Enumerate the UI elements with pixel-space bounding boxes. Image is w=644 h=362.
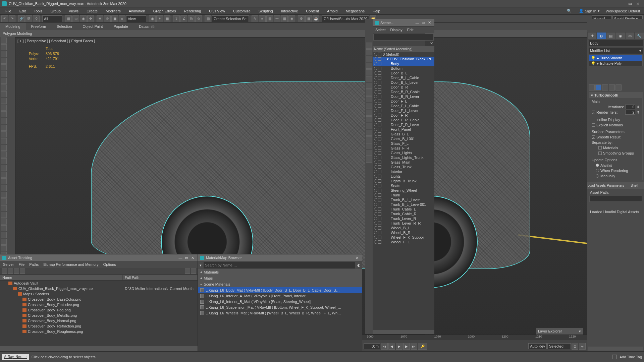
left-tool-13[interactable] bbox=[1, 125, 7, 131]
visibility-icon[interactable] bbox=[374, 57, 377, 61]
visibility-icon[interactable] bbox=[374, 207, 377, 211]
asset-row[interactable]: CUV_Obsidian_Black_Rigged_max_vray.maxD:… bbox=[0, 286, 198, 291]
left-tool-2[interactable] bbox=[1, 51, 7, 57]
curve-editor-button[interactable]: 〰 bbox=[274, 15, 280, 22]
align-button[interactable]: ≡ bbox=[259, 15, 266, 22]
scene-item[interactable]: Trunk_Lever_R bbox=[373, 216, 434, 221]
next-frame-button[interactable]: ▶ bbox=[403, 343, 410, 350]
mat-options-button[interactable]: ◐ bbox=[356, 263, 362, 267]
freeze-icon[interactable] bbox=[378, 236, 381, 239]
left-tool-1[interactable] bbox=[1, 44, 7, 50]
left-tool-25[interactable] bbox=[1, 205, 7, 211]
freeze-icon[interactable] bbox=[378, 142, 381, 145]
left-tool-5[interactable] bbox=[1, 71, 7, 77]
freeze-icon[interactable] bbox=[378, 198, 381, 201]
scene-item[interactable]: Wheel_B_R bbox=[373, 230, 434, 235]
scene-item[interactable]: Trunk_Cable_L bbox=[373, 207, 434, 212]
scene-menu-display[interactable]: Display bbox=[390, 28, 402, 32]
freeze-icon[interactable] bbox=[378, 217, 381, 220]
key-target-dropdown[interactable]: Selected bbox=[547, 343, 571, 349]
place-button[interactable]: ◈ bbox=[119, 15, 125, 22]
scene-tree[interactable]: 0 (default)▾ CUV_Obsidian_Black_Ri…BodyB… bbox=[373, 52, 434, 330]
menu-tools[interactable]: Tools bbox=[30, 7, 47, 14]
visibility-icon[interactable] bbox=[374, 179, 377, 183]
sep-materials-check[interactable] bbox=[598, 146, 602, 149]
visibility-icon[interactable] bbox=[374, 132, 377, 136]
visibility-icon[interactable] bbox=[374, 76, 377, 79]
scene-item[interactable]: Wheel_B_L bbox=[373, 226, 434, 230]
asset-panel-titlebar[interactable]: Asset Tracking — ▭ ✕ bbox=[0, 254, 198, 261]
asset-menu-paths[interactable]: Paths bbox=[29, 262, 39, 266]
goto-start-button[interactable]: ⏮ bbox=[381, 343, 388, 350]
left-tool-15[interactable] bbox=[1, 138, 7, 144]
workspaces-dropdown[interactable]: Workspaces: Default bbox=[603, 9, 643, 13]
modifier-stack[interactable]: 💡▸ TurboSmooth💡▸ Editable Poly bbox=[589, 55, 643, 66]
visibility-icon[interactable] bbox=[374, 104, 377, 108]
auto-key-button[interactable]: Auto Key bbox=[528, 343, 547, 349]
mirror-button[interactable]: ⇋ bbox=[252, 15, 258, 22]
scene-item[interactable]: Interior bbox=[373, 169, 434, 174]
asset-row[interactable]: Maps / Shaders bbox=[0, 291, 198, 297]
spinner-icon[interactable]: ⇕ bbox=[637, 110, 640, 115]
scene-item[interactable]: Door_B_R_Lever bbox=[373, 94, 434, 99]
freeze-icon[interactable] bbox=[378, 85, 381, 89]
pivot-button[interactable]: ◉ bbox=[149, 15, 156, 22]
freeze-icon[interactable] bbox=[378, 104, 381, 108]
render-iters-check[interactable] bbox=[592, 111, 595, 114]
scene-hscroll[interactable] bbox=[373, 330, 434, 334]
left-tool-11[interactable] bbox=[1, 111, 7, 117]
left-tool-29[interactable] bbox=[1, 232, 7, 238]
left-tool-14[interactable] bbox=[1, 131, 7, 137]
update-manual-radio[interactable] bbox=[596, 174, 599, 178]
scene-item[interactable]: Trunk_Lever_R_R bbox=[373, 221, 434, 226]
select-paint-button[interactable]: ◉ bbox=[80, 15, 87, 22]
scene-item[interactable]: Door_F_L bbox=[373, 99, 434, 104]
utilities-tab[interactable]: 🔧 bbox=[635, 32, 644, 40]
menu-content[interactable]: Content bbox=[302, 7, 323, 14]
scene-item[interactable]: Door_F_L_Lever bbox=[373, 108, 434, 113]
visibility-icon[interactable] bbox=[374, 175, 377, 178]
asset-row[interactable]: Crossover_Body_Emissive.png bbox=[0, 302, 198, 307]
viewport-label[interactable]: [ + ] [ Perspective ] [ Standard ] [ Edg… bbox=[17, 39, 95, 43]
scene-item[interactable]: Glass_F_R bbox=[373, 146, 434, 150]
freeze-icon[interactable] bbox=[378, 184, 381, 187]
freeze-icon[interactable] bbox=[378, 123, 381, 126]
scene-min-button[interactable]: — bbox=[414, 21, 420, 25]
scene-max-button[interactable]: ▭ bbox=[420, 20, 426, 25]
menu-graph-editors[interactable]: Graph Editors bbox=[149, 7, 180, 14]
bulb-icon[interactable]: 💡 bbox=[591, 61, 596, 66]
scene-item[interactable]: Glass_B_L001 bbox=[373, 136, 434, 141]
freeze-icon[interactable] bbox=[378, 114, 381, 117]
goto-end-button[interactable]: ⏭ bbox=[411, 343, 417, 350]
scene-item[interactable]: Bottom bbox=[373, 66, 434, 71]
scene-item[interactable]: Door_F_R bbox=[373, 113, 434, 118]
visibility-icon[interactable] bbox=[374, 231, 377, 234]
material-item[interactable]: LiXiang_L6_Interior_B_Mat ( VRayMtl ) [S… bbox=[198, 299, 362, 304]
visibility-icon[interactable] bbox=[374, 193, 377, 197]
scene-item[interactable]: Door_F_R_Lever bbox=[373, 122, 434, 127]
edit-named-button[interactable]: ▤ bbox=[205, 15, 211, 22]
scene-item[interactable]: 0 (default) bbox=[373, 52, 434, 57]
asset-close-button[interactable]: ✕ bbox=[190, 256, 196, 260]
modifier-turbosmooth[interactable]: 💡▸ TurboSmooth bbox=[589, 55, 642, 61]
left-tool-27[interactable] bbox=[1, 219, 7, 225]
asset-menu-bitmap[interactable]: Bitmap Performance and Memory bbox=[43, 262, 98, 266]
left-tool-17[interactable] bbox=[1, 152, 7, 158]
scene-tool-14[interactable] bbox=[366, 136, 372, 142]
menu-modifiers[interactable]: Modifiers bbox=[102, 7, 125, 14]
freeze-icon[interactable] bbox=[378, 95, 381, 98]
visibility-icon[interactable] bbox=[374, 53, 377, 56]
menu-views[interactable]: Views bbox=[65, 7, 83, 14]
mat-maps-category[interactable]: +Maps bbox=[198, 275, 362, 281]
search-icon[interactable]: 🔍 bbox=[563, 7, 576, 14]
project-path-dropdown[interactable]: C:\Users\St…ds Max 2020 bbox=[322, 15, 369, 22]
scene-tool-8[interactable] bbox=[366, 96, 372, 102]
freeze-icon[interactable] bbox=[378, 207, 381, 211]
asset-tool-2[interactable] bbox=[8, 268, 13, 274]
visibility-icon[interactable] bbox=[374, 203, 377, 206]
scene-item[interactable]: Trunk_Cable_R bbox=[373, 212, 434, 216]
scene-item[interactable]: Door_B_R_Cable bbox=[373, 89, 434, 94]
freeze-icon[interactable] bbox=[378, 128, 381, 131]
scene-tool-15[interactable] bbox=[366, 143, 372, 149]
freeze-icon[interactable] bbox=[378, 137, 381, 140]
